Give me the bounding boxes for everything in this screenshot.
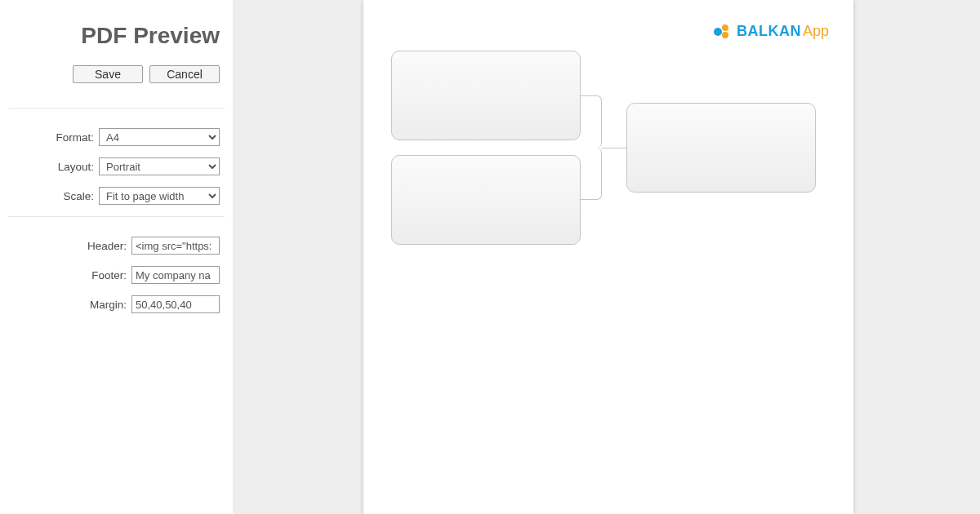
page-title: PDF Preview [8, 23, 220, 49]
scale-select[interactable]: Fit to page width [99, 187, 220, 205]
layout-label: Layout: [58, 161, 94, 173]
header-row: Header: [8, 237, 220, 255]
header-input[interactable] [131, 237, 220, 255]
chart-connector [581, 148, 602, 200]
header-label: Header: [87, 240, 127, 252]
org-chart [391, 51, 832, 263]
footer-input[interactable] [131, 266, 220, 284]
format-row: Format: A4 [8, 128, 220, 146]
preview-area: BALKANApp [233, 0, 980, 514]
footer-row: Footer: [8, 266, 220, 284]
divider [8, 108, 225, 109]
brand-logo: BALKANApp [714, 23, 829, 40]
brand-name-2: App [803, 23, 829, 39]
format-select[interactable]: A4 [99, 128, 220, 146]
footer-label: Footer: [91, 269, 127, 281]
scale-row: Scale: Fit to page width [8, 187, 220, 205]
margin-input[interactable] [131, 295, 220, 313]
margin-label: Margin: [90, 299, 127, 311]
format-label: Format: [56, 131, 94, 144]
chart-connector [581, 95, 602, 148]
button-row: Save Cancel [8, 65, 220, 83]
chart-connector [602, 148, 626, 148]
sidebar: PDF Preview Save Cancel Format: A4 Layou… [0, 0, 233, 514]
scale-label: Scale: [63, 190, 94, 202]
layout-row: Layout: Portrait [8, 157, 220, 175]
chart-node [391, 51, 581, 140]
brand-name-1: BALKAN [737, 23, 801, 39]
brand-icon [714, 24, 732, 39]
margin-row: Margin: [8, 295, 220, 313]
pdf-page: BALKANApp [363, 0, 853, 514]
chart-node [391, 155, 581, 245]
chart-node [626, 103, 816, 193]
divider-2 [8, 216, 225, 217]
cancel-button[interactable]: Cancel [149, 65, 220, 83]
save-button[interactable]: Save [73, 65, 143, 83]
layout-select[interactable]: Portrait [99, 157, 220, 175]
